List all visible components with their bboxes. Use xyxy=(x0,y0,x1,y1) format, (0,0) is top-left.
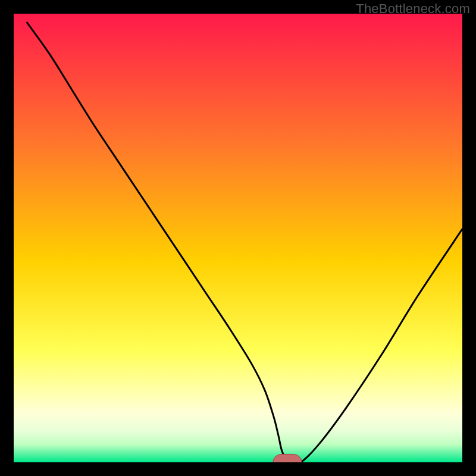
chart-background-gradient xyxy=(14,14,462,462)
chart-plot-area xyxy=(14,14,462,462)
chart-svg xyxy=(14,14,462,462)
optimum-marker xyxy=(273,454,302,462)
chart-frame: TheBottleneck.com xyxy=(0,0,476,476)
